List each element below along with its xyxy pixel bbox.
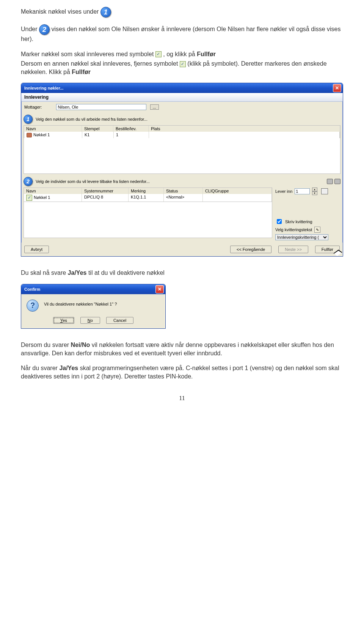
skriv-kvittering-row: Skriv kvittering	[275, 218, 340, 225]
col-merking: Merking	[129, 188, 164, 194]
col-stempel: Stempel	[82, 126, 113, 132]
cell-merking: K1Q.1.1	[129, 194, 164, 202]
list-row[interactable]: ✓Nøkkel 1 DPCLIQ 8 K1Q.1.1 <Normal>	[24, 194, 272, 202]
col-cliq: CLIQGruppe	[203, 188, 272, 194]
cell-plats	[149, 132, 340, 138]
skriv-kvittering-checkbox[interactable]	[277, 219, 282, 224]
section-1-title: Velg den nøkkel som du vil arbeide med f…	[36, 117, 147, 121]
cell-navn: Nøkkel 1	[33, 132, 50, 137]
avbryt-button[interactable]: Avbryt	[24, 246, 49, 253]
list-blank-area	[24, 202, 272, 238]
text-bold: Ja/Yes	[68, 270, 87, 276]
cell-cliq	[203, 194, 272, 202]
cell-stempel: K1	[82, 132, 114, 138]
ellipsis-button[interactable]: ...	[150, 104, 159, 110]
section-2-title: Velg de individer som du vil levere tilb…	[36, 179, 150, 184]
velg-kvitt-label: Velg kvitteringstekst	[275, 227, 312, 232]
confirm-message: Vil du deaktivere nøkkelen "Nøkkel 1" ?	[44, 300, 117, 312]
paragraph-6: Dersom du svarer Nei/No vil nøkkelen for…	[21, 341, 343, 357]
col-bestille: Bestille/lev.	[113, 126, 149, 132]
foregaende-button[interactable]: << Foregående	[230, 246, 271, 253]
mottager-input[interactable]	[56, 104, 146, 110]
window-innlevering: Innlevering nøkler... ✕ Innlevering Mott…	[21, 83, 343, 257]
cell-navn: Nøkkel 1	[34, 195, 50, 200]
confirm-dialog: Confirm ✕ ? Vil du deaktivere nøkkelen "…	[21, 284, 166, 329]
text-bold: Ja/Yes	[59, 365, 78, 371]
text: Under	[21, 26, 39, 32]
badge-2-icon: 2	[39, 24, 50, 35]
spin-up-icon[interactable]: ▴	[312, 188, 317, 191]
text: Du skal nå svare	[21, 270, 68, 276]
checkbox-icon: ✓	[180, 61, 186, 67]
paragraph-2: Under 2 vises den nøkkel som Ole Nilsen …	[21, 24, 343, 43]
badge-1-icon: 1	[24, 115, 33, 124]
paragraph-7: Når du svarer Ja/Yes skal programmerings…	[21, 364, 343, 380]
yes-button[interactable]: Yes	[53, 317, 74, 324]
text: , og klikk på	[163, 51, 197, 57]
section-1-header[interactable]: Navn Stempel Bestille/lev. Plats	[24, 125, 340, 132]
confirm-title: Confirm	[24, 287, 40, 292]
edit-icon[interactable]: ✎	[314, 227, 320, 233]
mottager-label: Mottager:	[24, 105, 42, 109]
lever-inn-label: Lever inn	[275, 189, 292, 194]
window-title: Innlevering nøkler...	[24, 86, 63, 90]
binoculars-icon[interactable]	[327, 179, 333, 184]
text: Dersom en annen nøkkel skal innleveres, …	[21, 60, 180, 67]
text: vises den nøkkel som Ole Nilsen ønsker å…	[21, 26, 340, 42]
section-2-header[interactable]: Navn Systemnummer Merking Status CLIQGru…	[24, 188, 272, 194]
section-1: 1 Velg den nøkkel som du vil arbeide med…	[24, 114, 340, 174]
wizard-buttons: Avbryt << Foregående Neste >> Fullfør	[21, 243, 343, 256]
paragraph-3: Marker nøkkel som skal innleveres med sy…	[21, 50, 343, 58]
subtitle: Innlevering	[21, 93, 343, 102]
cell-status: <Normal>	[164, 194, 203, 202]
key-icon	[27, 133, 32, 137]
spin-down-icon[interactable]: ▾	[312, 191, 317, 195]
cell-bestille: 1	[114, 132, 149, 138]
skriv-kvitt-label: Skriv kvittering	[285, 219, 312, 224]
close-button[interactable]: ✕	[155, 285, 164, 293]
badge-1-icon: 1	[100, 7, 111, 17]
checkbox-icon[interactable]: ✓	[26, 195, 32, 201]
spinner[interactable]: ▴▾	[312, 188, 317, 195]
badge-2-icon: 2	[24, 177, 33, 186]
col-navn: Navn	[24, 126, 82, 132]
titlebar: Innlevering nøkler... ✕	[21, 83, 343, 93]
printer-icon[interactable]	[321, 188, 328, 194]
col-sysnum: Systemnummer	[82, 188, 129, 194]
text-bold: Nei/No	[71, 342, 90, 348]
text: til at du vil deaktivere nøkkel	[88, 270, 165, 276]
text: Når du svarer	[21, 365, 59, 371]
text: Marker nøkkel som skal innleveres med sy…	[21, 51, 155, 57]
checkbox-icon: ✓	[155, 51, 162, 57]
paragraph-5: Du skal nå svare Ja/Yes til at du vil de…	[21, 269, 343, 277]
page-number: 11	[21, 395, 343, 402]
col-navn: Navn	[24, 188, 82, 194]
neste-button: Neste >>	[278, 246, 308, 253]
cell-sysnum: DPCLIQ 8	[82, 194, 129, 202]
close-button[interactable]: ✕	[333, 84, 341, 92]
velg-kvittering-row: Velg kvitteringstekst ✎	[275, 227, 340, 233]
lever-inn-input[interactable]	[295, 188, 310, 194]
fullfor-button[interactable]: Fullfør	[315, 246, 340, 253]
text: Dersom du svarer	[21, 342, 71, 348]
paragraph-1: Mekanisk nøkkel vises under 1	[21, 7, 343, 17]
text: Mekanisk nøkkel vises under	[21, 8, 100, 15]
paragraph-4: Dersom en annen nøkkel skal innleveres, …	[21, 60, 343, 76]
kvittering-select[interactable]: Innleveringskvittering (	[275, 234, 328, 240]
search-icons[interactable]	[327, 179, 340, 184]
section-1-list[interactable]: Nøkkel 1 K1 1	[24, 132, 340, 174]
text-bold: Fullfør	[197, 51, 216, 57]
cancel-button[interactable]: Cancel	[106, 317, 133, 324]
list-row[interactable]: Nøkkel 1 K1 1	[24, 132, 340, 138]
lever-inn-row: Lever inn ▴▾	[275, 188, 340, 195]
col-plats: Plats	[149, 126, 340, 132]
mottager-row: Mottager: ...	[21, 102, 343, 112]
no-button[interactable]: No	[80, 317, 100, 324]
col-status: Status	[164, 188, 203, 194]
binoculars-zoom-icon[interactable]	[334, 179, 340, 184]
section-2: 2 Velg de individer som du vil levere ti…	[24, 176, 340, 243]
text-bold: Fullfør	[72, 69, 91, 75]
question-icon: ?	[27, 300, 39, 312]
titlebar: Confirm ✕	[21, 284, 165, 294]
